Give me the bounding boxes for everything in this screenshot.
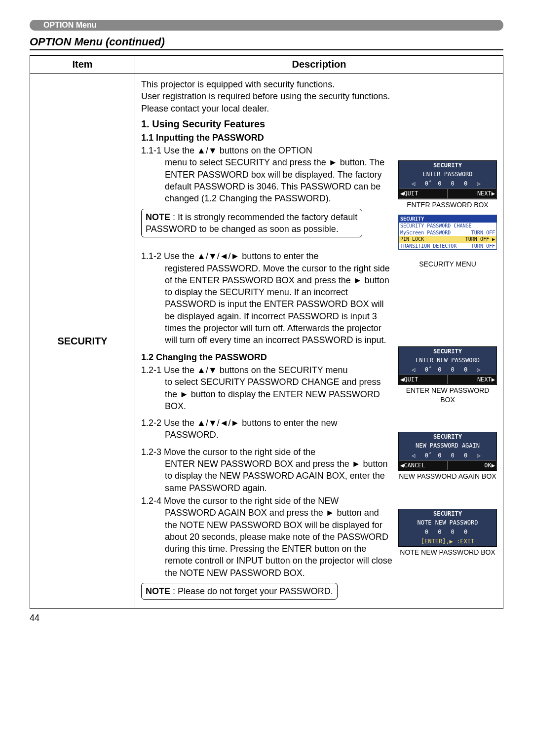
step-1-2-3-head: 1.2-3 Move the cursor to the right side … — [141, 446, 393, 458]
heading-inputting-password: 1.1 Inputting the PASSWORD — [141, 132, 393, 144]
figure-4-caption: NEW PASSWORD AGAIN BOX — [398, 472, 497, 481]
figure-5-caption: NOTE NEW PASSWORD BOX — [398, 548, 497, 557]
step-1-2-3-body: ENTER NEW PASSWORD BOX and press the ► b… — [141, 458, 393, 494]
section-title: OPTION Menu (continued) — [30, 34, 503, 50]
step-1-2-1-head: 1.2-1 Use the ▲/▼ buttons on the SECURIT… — [141, 364, 393, 376]
figure-new-password-again-box: SECURITY NEW PASSWORD AGAIN ◁ 0̂ 0 0 0 ▷… — [398, 432, 497, 471]
figure-3-caption: ENTER NEW PASSWORD BOX — [398, 386, 497, 405]
header-tab: OPTION Menu — [30, 20, 503, 31]
header-tab-label: OPTION Menu — [37, 20, 104, 31]
note-1-label: NOTE — [146, 212, 170, 222]
note-box-1: NOTE : It is strongly recommended the fa… — [141, 209, 362, 238]
security-table: Item Description SECURITY This projector… — [30, 55, 503, 609]
intro-text: This projector is equipped with security… — [141, 78, 497, 114]
row-item-name: SECURITY — [30, 74, 135, 609]
step-1-1-1-head: 1.1-1 Use the ▲/▼ buttons on the OPTION — [141, 145, 393, 156]
figure-2-caption: SECURITY MENU — [398, 260, 497, 269]
step-1-2-2-body: PASSWORD. — [141, 429, 393, 441]
step-1-2-2-head: 1.2-2 Use the ▲/▼/◄/► buttons to enter t… — [141, 417, 393, 429]
step-1-2-1-body: to select SECURITY PASSWORD CHANGE and p… — [141, 376, 393, 412]
note-2-text: : Please do not forget your PASSWORD. — [170, 586, 333, 596]
note-1-text: : It is strongly recommended the factory… — [146, 212, 357, 234]
step-1-2-4-body: PASSWORD AGAIN BOX and press the ► butto… — [141, 507, 393, 579]
step-1-1-1-body: menu to select SECURITY and press the ► … — [141, 156, 393, 204]
col-header-item: Item — [30, 56, 135, 74]
heading-using-security: 1. Using Security Features — [141, 117, 497, 131]
figure-enter-password-box: SECURITY ENTER PASSWORD ◁ 0̂ 0 0 0 ▷ ◀QU… — [398, 160, 497, 199]
figure-security-menu: SECURITY SECURITY PASSWORD CHANGE MyScre… — [398, 215, 497, 250]
figure-enter-new-password-box: SECURITY ENTER NEW PASSWORD ◁ 0̂ 0 0 0 ▷… — [398, 346, 497, 385]
note-2-label: NOTE — [146, 586, 170, 596]
page-number: 44 — [30, 613, 503, 623]
col-header-description: Description — [135, 56, 503, 74]
step-1-1-2-head: 1.1-2 Use the ▲/▼/◄/► buttons to enter t… — [141, 250, 393, 262]
heading-changing-password: 1.2 Changing the PASSWORD — [141, 351, 393, 363]
step-1-1-2-body: registered PASSWORD. Move the cursor to … — [141, 263, 393, 346]
figure-1-caption: ENTER PASSWORD BOX — [398, 200, 497, 210]
figure-note-new-password-box: SECURITY NOTE NEW PASSWORD 0 0 0 0 [ENTE… — [398, 509, 497, 547]
step-1-2-4-head: 1.2-4 Move the cursor to the right side … — [141, 495, 393, 507]
note-box-2: NOTE : Please do not forget your PASSWOR… — [141, 583, 338, 600]
